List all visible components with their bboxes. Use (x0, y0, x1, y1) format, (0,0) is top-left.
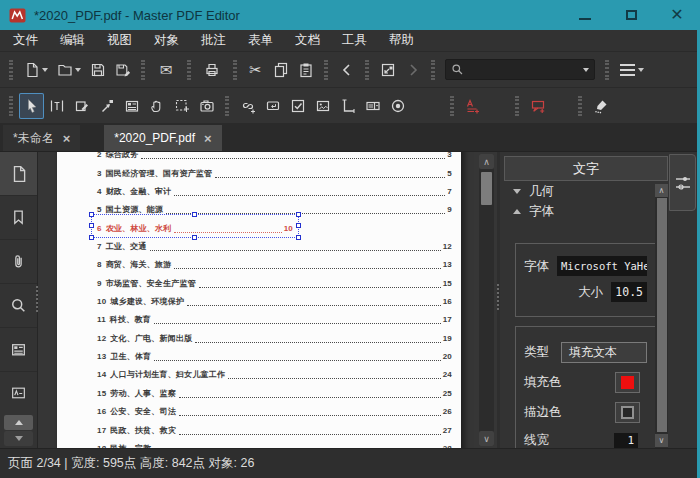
toc-row[interactable]: 2 综合政务 3 (97, 152, 452, 163)
save-as-button[interactable] (110, 57, 135, 83)
vertical-scrollbar[interactable]: ∧ ∨ (479, 154, 494, 446)
menu-button[interactable] (615, 57, 640, 83)
scrollbar-thumb[interactable] (481, 172, 492, 205)
edit-text-tool-button[interactable] (44, 93, 69, 119)
toolbar-grip[interactable] (605, 60, 609, 80)
panel-scroll-down-button[interactable]: ∨ (655, 434, 668, 447)
email-button[interactable]: ✉ (151, 57, 181, 83)
toolbar-grip[interactable] (365, 60, 369, 80)
sidebar-attachments-button[interactable] (0, 240, 37, 284)
selection-handle[interactable] (89, 223, 94, 228)
section-geometry[interactable]: 几何 (504, 181, 669, 201)
annotation-arrow-tool-button[interactable] (94, 93, 119, 119)
tab-close-icon[interactable]: × (63, 132, 71, 145)
toc-row[interactable]: 8 商贸、海关、旅游 13 (97, 255, 452, 273)
minimize-button[interactable] (562, 0, 608, 30)
sidebar-search-button[interactable] (0, 284, 37, 328)
toc-row[interactable]: 10 城乡建设、环境保护 16 (97, 292, 452, 310)
new-document-dropdown-caret[interactable] (42, 68, 48, 72)
toolbar-grip[interactable] (225, 96, 229, 116)
menu-edit[interactable]: 编辑 (49, 30, 96, 51)
toc-row[interactable]: 16 公安、安全、司法 26 (97, 402, 452, 420)
tab-close-icon[interactable]: × (204, 132, 212, 145)
sidebar-signature-button[interactable] (0, 372, 37, 416)
toolbar-grip[interactable] (450, 96, 454, 116)
paste-button[interactable] (293, 57, 318, 83)
toc-row[interactable]: 15 劳动、人事、监察 25 (97, 383, 452, 401)
toc-row[interactable]: 11 科技、教育 17 (97, 310, 452, 328)
toolbar-grip[interactable] (515, 96, 519, 116)
marquee-select-tool-button[interactable] (169, 93, 194, 119)
open-button[interactable] (52, 57, 77, 83)
selection-handle[interactable] (89, 235, 94, 240)
section-font[interactable]: 字体 (504, 201, 669, 221)
sidebar-scroll-down-button[interactable] (4, 431, 33, 446)
forward-button[interactable] (400, 57, 425, 83)
toolbar-grip[interactable] (9, 60, 13, 80)
hand-tool-button[interactable] (144, 93, 169, 119)
selection-handle[interactable] (89, 212, 94, 217)
combobox-field-tool-button[interactable] (360, 93, 385, 119)
toolbar-grip[interactable] (141, 60, 145, 80)
font-size-field[interactable]: 10.5 (611, 282, 647, 302)
image-field-tool-button[interactable] (310, 93, 335, 119)
maximize-button[interactable] (608, 0, 654, 30)
callout-annotation-tool-button[interactable] (525, 93, 550, 119)
toc-row[interactable]: 9 市场监管、安全生产监管 15 (97, 273, 452, 291)
font-name-field[interactable]: Microsoft YaHei (557, 256, 647, 276)
toc-row[interactable]: 18 民族、宗教 28 (97, 439, 452, 449)
toolbar-grip[interactable] (578, 96, 582, 116)
tab-2020-pdf[interactable]: *2020_PDF.pdf × (104, 125, 221, 151)
panel-scrollbar-thumb[interactable] (657, 198, 667, 432)
sidebar-forms-button[interactable] (0, 328, 37, 372)
close-button[interactable]: ✕ (654, 0, 700, 30)
toc-row[interactable]: 4 财政、金融、审计 7 (97, 182, 452, 200)
fill-color-swatch[interactable] (615, 372, 640, 393)
toolbar-grip[interactable] (324, 60, 328, 80)
sticky-note-tool-button[interactable] (260, 93, 285, 119)
tab-untitled[interactable]: *未命名 × (3, 125, 80, 151)
toc-row[interactable]: 3 国民经济管理、国有资产监管 5 (97, 163, 452, 181)
highlighter-tool-button[interactable] (588, 93, 613, 119)
pdf-page[interactable]: 2 综合政务 3 3 国民经济管理、国有资产监管 5 4 财政、金融、审计 7 … (57, 152, 461, 448)
menu-form[interactable]: 表单 (237, 30, 284, 51)
copy-button[interactable] (268, 57, 293, 83)
select-tool-button[interactable] (19, 93, 44, 119)
sidebar-scroll-up-button[interactable] (4, 415, 33, 430)
menu-tools[interactable]: 工具 (331, 30, 378, 51)
form-fields-tool-button[interactable] (119, 93, 144, 119)
toc-row[interactable]: 7 工业、交通 12 (97, 237, 452, 255)
line-width-field[interactable]: 1 (614, 433, 638, 449)
save-button[interactable] (85, 57, 110, 83)
toc-row[interactable]: 13 卫生、体育 20 (97, 347, 452, 365)
stroke-color-swatch[interactable] (615, 402, 640, 423)
toc-row[interactable]: 12 文化、广电、新闻出版 19 (97, 328, 452, 346)
toc-row[interactable]: 17 民政、扶贫、救灾 27 (97, 420, 452, 438)
panel-scroll-up-button[interactable]: ∧ (655, 184, 668, 197)
back-button[interactable] (334, 57, 359, 83)
search-dropdown-caret[interactable] (583, 68, 589, 72)
sidebar-bookmarks-button[interactable] (0, 196, 37, 240)
measure-tool-button[interactable] (335, 93, 360, 119)
menu-help[interactable]: 帮助 (378, 30, 425, 51)
menu-file[interactable]: 文件 (2, 30, 49, 51)
fit-page-button[interactable] (375, 57, 400, 83)
toolbar-grip[interactable] (233, 60, 237, 80)
cut-button[interactable]: ✂ (243, 57, 268, 83)
menu-dropdown-caret[interactable] (638, 68, 644, 72)
add-link-tool-button[interactable] (235, 93, 260, 119)
menu-object[interactable]: 对象 (143, 30, 190, 51)
search-input[interactable] (468, 64, 583, 76)
radio-field-tool-button[interactable] (385, 93, 410, 119)
toolbar-grip[interactable] (431, 60, 435, 80)
new-document-button[interactable] (19, 57, 44, 83)
toc-row[interactable]: 14 人口与计划生育、妇女儿童工作 24 (97, 365, 452, 383)
print-button[interactable] (197, 57, 227, 83)
properties-tab[interactable] (669, 154, 696, 211)
edit-object-tool-button[interactable] (69, 93, 94, 119)
menu-annotate[interactable]: 批注 (190, 30, 237, 51)
toolbar-grip[interactable] (9, 96, 13, 116)
document-viewport[interactable]: 2 综合政务 3 3 国民经济管理、国有资产监管 5 4 财政、金融、审计 7 … (38, 152, 497, 448)
menu-document[interactable]: 文档 (284, 30, 331, 51)
scroll-down-button[interactable]: ∨ (479, 431, 494, 446)
